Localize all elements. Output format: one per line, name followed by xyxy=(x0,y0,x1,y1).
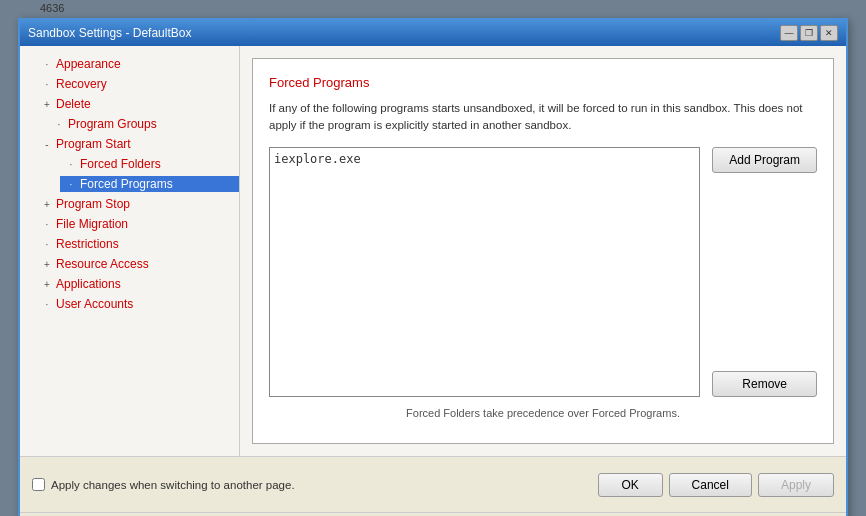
note-text: Forced Folders take precedence over Forc… xyxy=(269,407,817,419)
footer: Apply changes when switching to another … xyxy=(20,456,846,512)
sidebar-item-restrictions[interactable]: · Restrictions xyxy=(20,234,239,254)
apply-button[interactable]: Apply xyxy=(758,473,834,497)
title-number: 4636 xyxy=(40,2,64,14)
program-list[interactable]: iexplore.exe xyxy=(269,147,700,397)
window-title: Sandbox Settings - DefaultBox xyxy=(28,26,191,40)
main-content: Forced Programs If any of the following … xyxy=(240,46,846,456)
sidebar-item-forced-programs[interactable]: · Forced Programs xyxy=(20,174,239,194)
sidebar-item-program-stop[interactable]: + Program Stop xyxy=(20,194,239,214)
button-column: Add Program Remove xyxy=(712,147,817,397)
sidebar-label-program-stop: Program Stop xyxy=(56,197,130,211)
sidebar: · Appearance · Recovery + Delete xyxy=(20,46,240,456)
sidebar-item-forced-folders[interactable]: · Forced Folders xyxy=(20,154,239,174)
sidebar-label-forced-folders: Forced Folders xyxy=(80,157,161,171)
sidebar-item-user-accounts[interactable]: · User Accounts xyxy=(20,294,239,314)
sidebar-item-appearance[interactable]: · Appearance xyxy=(20,54,239,74)
sidebar-label-program-groups: Program Groups xyxy=(68,117,157,131)
section-panel: Forced Programs If any of the following … xyxy=(252,58,834,444)
sidebar-label-file-migration: File Migration xyxy=(56,217,128,231)
sidebar-item-program-groups[interactable]: · Program Groups xyxy=(20,114,239,134)
sidebar-label-recovery: Recovery xyxy=(56,77,107,91)
sidebar-label-delete: Delete xyxy=(56,97,91,111)
sidebar-item-file-migration[interactable]: · File Migration xyxy=(20,214,239,234)
sidebar-item-applications[interactable]: + Applications xyxy=(20,274,239,294)
close-button[interactable]: ✕ xyxy=(820,25,838,41)
sidebar-label-appearance: Appearance xyxy=(56,57,121,71)
sidebar-label-resource-access: Resource Access xyxy=(56,257,149,271)
footer-buttons: OK Cancel Apply xyxy=(598,473,834,497)
add-program-button[interactable]: Add Program xyxy=(712,147,817,173)
remove-button[interactable]: Remove xyxy=(712,371,817,397)
window-controls: — ❐ ✕ xyxy=(780,25,838,41)
apply-changes-checkbox[interactable] xyxy=(32,478,45,491)
footer-left: Apply changes when switching to another … xyxy=(32,478,295,491)
sidebar-item-recovery[interactable]: · Recovery xyxy=(20,74,239,94)
sidebar-label-forced-programs: Forced Programs xyxy=(80,177,173,191)
cancel-button[interactable]: Cancel xyxy=(669,473,752,497)
sidebar-item-delete[interactable]: + Delete xyxy=(20,94,239,114)
minimize-button[interactable]: — xyxy=(780,25,798,41)
status-bar: Owner me xyxy=(20,512,846,516)
sidebar-item-program-start[interactable]: - Program Start xyxy=(20,134,239,154)
restore-button[interactable]: ❐ xyxy=(800,25,818,41)
description-text: If any of the following programs starts … xyxy=(269,100,817,135)
title-bar: Sandbox Settings - DefaultBox — ❐ ✕ xyxy=(20,20,846,46)
content-area: iexplore.exe Add Program Remove xyxy=(269,147,817,397)
footer-checkbox-label: Apply changes when switching to another … xyxy=(51,479,295,491)
section-title: Forced Programs xyxy=(269,75,817,90)
sidebar-label-applications: Applications xyxy=(56,277,121,291)
ok-button[interactable]: OK xyxy=(598,473,663,497)
expand-icon: · xyxy=(40,59,54,70)
sidebar-label-user-accounts: User Accounts xyxy=(56,297,133,311)
sidebar-label-program-start: Program Start xyxy=(56,137,131,151)
sidebar-label-restrictions: Restrictions xyxy=(56,237,119,251)
sidebar-item-resource-access[interactable]: + Resource Access xyxy=(20,254,239,274)
